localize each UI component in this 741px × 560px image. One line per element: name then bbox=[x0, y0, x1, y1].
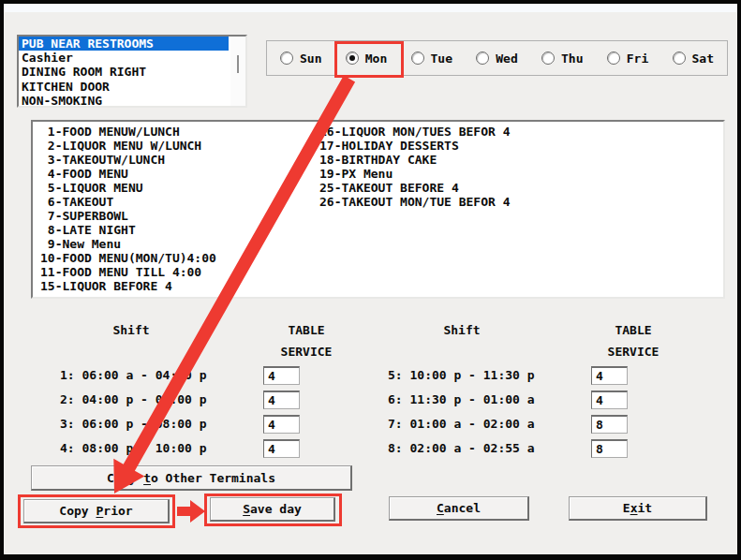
table-service-input-4[interactable] bbox=[263, 439, 300, 458]
menu-list-item[interactable]: 16-LIQUOR MON/TUES BEFOR 4 bbox=[316, 125, 511, 139]
exit-button[interactable]: Exit bbox=[569, 496, 707, 521]
menu-list-item[interactable]: 25-TAKEOUT BEFORE 4 bbox=[316, 181, 511, 195]
table-service-input-5[interactable] bbox=[591, 366, 628, 385]
button-label-key: x bbox=[630, 501, 638, 515]
copy-to-other-terminals-button[interactable]: Copy to Other Terminals bbox=[31, 465, 352, 491]
table-service-input-3[interactable] bbox=[263, 415, 300, 434]
radio-icon bbox=[476, 52, 489, 65]
day-label: Fri bbox=[627, 52, 648, 66]
terminal-list-item[interactable]: NON-SMOKING bbox=[19, 94, 245, 108]
menu-listbox[interactable]: 1-FOOD MENUW/LUNCH 2-LIQUOR MENU W/LUNCH… bbox=[31, 120, 725, 299]
shift-row-label: 6: 11:30 p - 01:00 a bbox=[388, 393, 535, 406]
table-service-input-1[interactable] bbox=[263, 366, 300, 385]
service-header-left: SERVICE bbox=[271, 346, 342, 359]
radio-icon bbox=[280, 52, 293, 65]
menu-list-item[interactable]: 3-TAKEOUTW/LUNCH bbox=[37, 153, 216, 167]
day-label: Sat bbox=[692, 52, 714, 66]
shift-row-label: 4: 08:00 p - 10:00 p bbox=[60, 442, 207, 455]
menu-list-item[interactable]: 18-BIRTHDAY CAKE bbox=[316, 153, 511, 167]
terminal-list-item[interactable]: KITCHEN DOOR bbox=[19, 80, 245, 94]
menu-list-item[interactable]: 11-FOOD MENU TILL 4:00 bbox=[37, 265, 216, 279]
menu-list-item[interactable]: 10-FOOD MENU(MON/TU)4:00 bbox=[37, 251, 216, 265]
arrow-copy-prior-to-save-day-icon bbox=[177, 500, 205, 523]
cancel-button[interactable]: Cancel bbox=[389, 496, 529, 521]
button-label-key: S bbox=[243, 502, 250, 516]
copy-prior-button[interactable]: Copy Prior bbox=[23, 499, 170, 523]
day-label: Mon bbox=[365, 52, 387, 66]
shift-row-label: 8: 02:00 a - 02:55 a bbox=[388, 442, 535, 455]
radio-selected-icon bbox=[346, 52, 359, 65]
button-label-key: C bbox=[437, 501, 444, 515]
window-top-strip bbox=[0, 0, 741, 12]
menu-list-item[interactable]: 2-LIQUOR MENU W/LUNCH bbox=[37, 139, 216, 153]
table-header-right: TABLE bbox=[610, 324, 657, 337]
button-label-part: Copy bbox=[107, 471, 143, 485]
day-label: Wed bbox=[496, 52, 517, 66]
button-label-part: Copy bbox=[59, 504, 96, 518]
terminal-shift-settings-window: PUB NEAR RESTROOMS Cashier DINING ROOM R… bbox=[0, 0, 741, 560]
day-radio-wed[interactable]: Wed bbox=[476, 52, 517, 66]
button-label-part: E bbox=[623, 501, 630, 515]
day-radio-fri[interactable]: Fri bbox=[607, 52, 648, 66]
terminal-list-item[interactable]: Cashier bbox=[19, 51, 245, 65]
menu-list-item[interactable]: 6-TAKEOUT bbox=[37, 195, 216, 209]
service-header-right: SERVICE bbox=[598, 346, 669, 359]
table-service-input-6[interactable] bbox=[591, 391, 628, 409]
terminal-list-item-selected[interactable]: PUB NEAR RESTROOMS bbox=[19, 37, 229, 51]
menu-list-item[interactable]: 4-FOOD MENU bbox=[37, 167, 216, 181]
radio-icon bbox=[411, 52, 424, 65]
radio-icon bbox=[541, 52, 555, 65]
button-label-part: rior bbox=[103, 504, 132, 518]
terminal-list-scrollbar[interactable] bbox=[230, 37, 245, 106]
button-label-part: it bbox=[638, 501, 653, 515]
menu-list-item[interactable]: 1-FOOD MENUW/LUNCH bbox=[37, 125, 216, 139]
menu-list-item[interactable]: 19-PX Menu bbox=[316, 167, 511, 181]
button-label-part: ancel bbox=[444, 501, 481, 515]
table-header-left: TABLE bbox=[283, 324, 330, 337]
button-label-key: P bbox=[96, 504, 104, 518]
menu-list-item[interactable]: 26-TAKEOUT MON/TUE BEFOR 4 bbox=[316, 195, 511, 209]
day-radio-mon[interactable]: Mon bbox=[346, 52, 387, 66]
terminal-list-item[interactable]: DINING ROOM RIGHT bbox=[19, 65, 245, 79]
day-of-week-group: Sun Mon Tue Wed Thu Fri Sat bbox=[266, 40, 728, 76]
shift-row-label: 7: 01:00 a - 02:00 a bbox=[388, 418, 535, 431]
shift-row-label: 1: 06:00 a - 04:00 p bbox=[60, 369, 207, 382]
day-radio-thu[interactable]: Thu bbox=[541, 52, 583, 66]
menu-list-column-2: 16-LIQUOR MON/TUES BEFOR 4 17-HOLIDAY DE… bbox=[316, 125, 511, 209]
button-label-part: o Other Terminals bbox=[151, 471, 275, 485]
menu-list-item[interactable]: 8-LATE NIGHT bbox=[37, 223, 216, 237]
day-radio-tue[interactable]: Tue bbox=[411, 52, 452, 66]
shift-header-right: Shift bbox=[420, 324, 504, 337]
shift-row-label: 3: 06:00 p - 08:00 p bbox=[60, 418, 207, 431]
terminal-listbox[interactable]: PUB NEAR RESTROOMS Cashier DINING ROOM R… bbox=[17, 35, 247, 108]
table-service-input-7[interactable] bbox=[591, 415, 628, 434]
scrollbar-thumb[interactable] bbox=[237, 55, 239, 73]
button-label-part: ave day bbox=[250, 502, 302, 516]
day-radio-sun[interactable]: Sun bbox=[280, 52, 321, 66]
menu-list-item[interactable]: 7-SUPERBOWL bbox=[37, 209, 216, 223]
table-service-input-8[interactable] bbox=[591, 439, 628, 458]
day-label: Thu bbox=[561, 52, 583, 66]
radio-icon bbox=[607, 52, 620, 65]
shift-row-label: 5: 10:00 p - 11:30 p bbox=[388, 369, 535, 382]
menu-list-item[interactable]: 5-LIQUOR MENU bbox=[37, 181, 216, 195]
menu-list-item[interactable]: 15-LIQUOR BEFORE 4 bbox=[37, 279, 216, 293]
button-label-key: t bbox=[143, 471, 151, 485]
save-day-button[interactable]: Save day bbox=[210, 497, 335, 522]
day-radio-sat[interactable]: Sat bbox=[673, 52, 714, 66]
table-service-input-2[interactable] bbox=[263, 391, 300, 409]
menu-list-item[interactable]: 17-HOLIDAY DESSERTS bbox=[316, 139, 511, 153]
day-label: Tue bbox=[431, 52, 452, 66]
day-label: Sun bbox=[300, 52, 321, 66]
menu-list-item[interactable]: 9-New Menu bbox=[37, 237, 216, 251]
shift-header-left: Shift bbox=[89, 324, 173, 337]
shift-row-label: 2: 04:00 p - 06:00 p bbox=[60, 393, 207, 406]
menu-list-column-1: 1-FOOD MENUW/LUNCH 2-LIQUOR MENU W/LUNCH… bbox=[37, 125, 216, 293]
radio-icon bbox=[673, 52, 686, 65]
